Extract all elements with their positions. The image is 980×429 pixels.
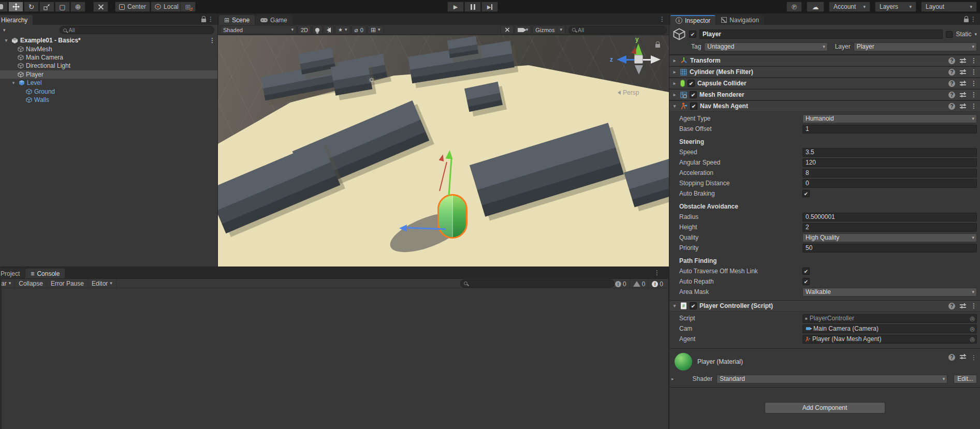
help-icon[interactable]: ?: [948, 92, 955, 98]
transform-tool-button[interactable]: ⊕: [70, 2, 85, 12]
cloud-button[interactable]: ☁: [807, 2, 824, 12]
component-header-mesh-filter[interactable]: ▸ Cylinder (Mesh Filter) ?⋮: [669, 66, 980, 78]
scale-tool-button[interactable]: [39, 2, 54, 12]
list-item[interactable]: NavMesh: [0, 45, 217, 53]
kebab-menu-icon[interactable]: ⋮: [971, 68, 977, 76]
rotate-tool-button[interactable]: ↻: [24, 2, 39, 12]
kebab-menu-icon[interactable]: ⋮: [659, 16, 665, 23]
rect-tool-button[interactable]: ▢: [55, 2, 70, 12]
help-icon[interactable]: ?: [948, 57, 955, 64]
help-icon[interactable]: ?: [948, 354, 955, 361]
preset-icon[interactable]: [960, 92, 966, 97]
name-field[interactable]: Player: [699, 29, 943, 39]
base-offset-field[interactable]: 1: [802, 125, 977, 134]
static-checkbox[interactable]: [946, 31, 953, 38]
gizmo-center-cube[interactable]: [634, 55, 643, 64]
kebab-menu-icon[interactable]: ⋮: [209, 37, 215, 44]
kebab-menu-icon[interactable]: ⋮: [971, 102, 977, 110]
list-item[interactable]: ▾ Level: [0, 79, 217, 87]
gizmos-dropdown[interactable]: Gizmos▾: [532, 25, 565, 34]
foldout-icon[interactable]: ▾: [671, 103, 678, 109]
grid-visibility-dropdown[interactable]: ⊞▾: [368, 25, 384, 34]
foldout-icon[interactable]: ▸: [671, 69, 678, 75]
create-menu-caret-icon[interactable]: ▾: [3, 28, 6, 33]
lock-icon[interactable]: [201, 19, 206, 22]
lock-icon[interactable]: [964, 19, 969, 22]
component-enabled-checkbox[interactable]: ✔: [690, 91, 697, 98]
tab-inspector[interactable]: iInspector: [670, 15, 715, 25]
script-object-field[interactable]: ■PlayerController◎: [802, 314, 977, 323]
kebab-menu-icon[interactable]: ⋮: [971, 57, 977, 64]
tab-game[interactable]: Game: [255, 15, 292, 25]
axis-cone-down[interactable]: [635, 65, 643, 75]
scene-effects-dropdown[interactable]: ★▾: [335, 25, 350, 34]
view-tool-button[interactable]: [0, 2, 8, 12]
foldout-icon[interactable]: ▸: [671, 58, 678, 63]
kebab-menu-icon[interactable]: ⋮: [970, 16, 976, 23]
kebab-menu-icon[interactable]: ⋮: [654, 269, 660, 276]
tab-console[interactable]: ≡Console: [25, 269, 65, 278]
layer-dropdown[interactable]: Player▾: [854, 42, 977, 51]
quality-dropdown[interactable]: High Quality▾: [802, 233, 977, 242]
shading-mode-dropdown[interactable]: Shaded▾: [220, 25, 297, 34]
axis-z-cone[interactable]: [617, 55, 626, 64]
object-picker-icon[interactable]: ◎: [970, 326, 975, 332]
scene-search-input[interactable]: [578, 27, 663, 33]
foldout-icon[interactable]: ▾: [3, 38, 9, 43]
preset-icon[interactable]: [960, 58, 966, 63]
scene-viewport[interactable]: ☼ y z Persp: [218, 35, 669, 267]
object-picker-icon[interactable]: ◎: [970, 315, 975, 322]
pause-button[interactable]: [464, 2, 481, 12]
list-item[interactable]: Directional Light: [0, 62, 217, 70]
angular-speed-field[interactable]: 120: [802, 158, 977, 167]
cam-object-field[interactable]: Main Camera (Camera)◎: [802, 324, 977, 333]
list-item-selected[interactable]: Player: [0, 70, 217, 79]
help-icon[interactable]: ?: [948, 303, 955, 309]
foldout-icon[interactable]: ▸: [671, 81, 678, 86]
scene-lighting-toggle[interactable]: [312, 25, 323, 34]
error-pause-toggle[interactable]: Error Pause: [47, 278, 88, 288]
scene-camera-tools-button[interactable]: [501, 25, 514, 34]
console-log-area[interactable]: [2, 288, 668, 429]
preset-icon[interactable]: [960, 354, 966, 359]
component-enabled-checkbox[interactable]: ✔: [688, 80, 695, 87]
priority-field[interactable]: 50: [802, 244, 977, 253]
layers-dropdown[interactable]: Layers▾: [875, 2, 916, 12]
scene-search[interactable]: [568, 26, 667, 34]
account-dropdown[interactable]: Account▾: [829, 2, 870, 12]
foldout-icon[interactable]: ▾: [671, 303, 678, 308]
shader-edit-button[interactable]: Edit...: [954, 375, 977, 383]
static-flags-caret-icon[interactable]: ▾: [974, 32, 977, 37]
help-icon[interactable]: ?: [948, 80, 955, 87]
tab-hierarchy[interactable]: Hierarchy: [0, 15, 33, 25]
scene-audio-toggle[interactable]: [324, 25, 334, 34]
auto-traverse-checkbox[interactable]: ✔: [802, 268, 810, 275]
agent-type-dropdown[interactable]: Humanoid▾: [802, 114, 977, 123]
hierarchy-search-input[interactable]: [69, 27, 211, 33]
auto-repath-checkbox[interactable]: ✔: [802, 278, 810, 285]
toggle-2d-button[interactable]: 2D: [298, 25, 311, 34]
tag-dropdown[interactable]: Untagged▾: [704, 42, 827, 51]
tab-navigation[interactable]: Navigation: [716, 15, 764, 25]
list-item[interactable]: Ground: [0, 87, 217, 95]
object-picker-icon[interactable]: ◎: [970, 336, 975, 343]
active-checkbox[interactable]: ✔: [689, 31, 696, 38]
play-button[interactable]: ▶: [447, 2, 464, 12]
kebab-menu-icon[interactable]: ⋮: [208, 16, 214, 23]
scene-camera-dropdown[interactable]: ▾: [515, 25, 532, 34]
step-button[interactable]: ▶: [481, 2, 498, 12]
clear-button[interactable]: Clear▾: [2, 278, 15, 288]
component-header-mesh-renderer[interactable]: ▸ ✔ Mesh Renderer ?⋮: [669, 89, 980, 100]
material-preview-sphere[interactable]: [675, 353, 692, 371]
component-enabled-checkbox[interactable]: ✔: [690, 302, 697, 309]
projection-mode[interactable]: Persp: [618, 89, 639, 96]
error-count-toggle[interactable]: !0: [648, 279, 666, 288]
gameobject-cube-icon[interactable]: [672, 27, 686, 41]
component-enabled-checkbox[interactable]: ✔: [690, 102, 697, 110]
component-header-transform[interactable]: ▸ Transform ?⋮: [669, 55, 980, 66]
directional-light-gizmo-icon[interactable]: ☼: [368, 75, 375, 83]
editor-dropdown[interactable]: Editor▾: [88, 278, 116, 288]
collapse-toggle[interactable]: Collapse: [15, 278, 47, 288]
preset-icon[interactable]: [960, 303, 966, 308]
pivot-local-button[interactable]: Local: [151, 2, 183, 12]
